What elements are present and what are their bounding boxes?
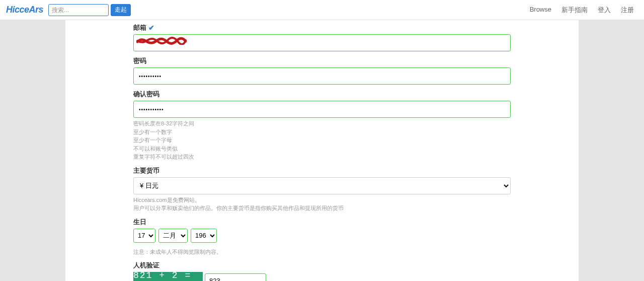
redacted-scribble <box>136 37 187 45</box>
confirm-password-input[interactable] <box>133 101 511 118</box>
currency-label: 主要货币 <box>133 166 511 175</box>
top-nav: HicceArs 走起 Browse 新手指南 登入 注册 <box>0 0 644 20</box>
email-label: 邮箱 ✔ <box>133 23 511 32</box>
password-hints: 密码长度在8-32字符之间 至少有一个数字 至少有一个字母 不可以和账号类似 重… <box>133 119 511 161</box>
dob-hint: 注意：未成年人不得阅览限制内容。 <box>133 248 511 256</box>
confirm-password-label: 确认密码 <box>133 90 511 99</box>
captcha-question: 821 + 2 = ? <box>133 272 203 281</box>
password-group: 密码 <box>133 56 511 85</box>
currency-group: 主要货币 ¥ 日元 Hiccears.com是免费网站。 用户可以分享和贩卖他们… <box>133 166 511 213</box>
nav-guide[interactable]: 新手指南 <box>561 6 588 15</box>
dob-label: 生日 <box>133 218 511 227</box>
email-input[interactable] <box>133 34 511 51</box>
search-button[interactable]: 走起 <box>111 4 131 16</box>
password-input[interactable] <box>133 67 511 85</box>
nav-right: Browse 新手指南 登入 注册 <box>530 6 634 15</box>
page-content: 邮箱 ✔ 密码 确认密码 密码长度在8-32字符之间 至少有一个数字 至少有一个… <box>65 20 579 281</box>
currency-select[interactable]: ¥ 日元 <box>133 177 511 194</box>
confirm-password-group: 确认密码 密码长度在8-32字符之间 至少有一个数字 至少有一个字母 不可以和账… <box>133 90 511 161</box>
nav-login[interactable]: 登入 <box>598 6 611 15</box>
currency-hints: Hiccears.com是免费网站。 用户可以分享和贩卖他们的作品。你的主要货币… <box>133 196 511 213</box>
email-group: 邮箱 ✔ <box>133 23 511 51</box>
dob-day-select[interactable]: 17 <box>133 229 155 243</box>
captcha-input[interactable] <box>205 273 266 281</box>
search-input[interactable] <box>48 4 109 16</box>
captcha-label: 人机验证 <box>133 261 511 270</box>
dob-group: 生日 17 二月 1963 注意：未成年人不得阅览限制内容。 <box>133 218 511 256</box>
checkmark-icon: ✔ <box>148 24 154 32</box>
nav-browse[interactable]: Browse <box>530 6 551 15</box>
logo: HicceArs <box>6 5 43 15</box>
nav-register[interactable]: 注册 <box>621 6 634 15</box>
dob-year-select[interactable]: 1963 <box>191 229 217 243</box>
password-label: 密码 <box>133 56 511 65</box>
register-form: 邮箱 ✔ 密码 确认密码 密码长度在8-32字符之间 至少有一个数字 至少有一个… <box>133 20 511 281</box>
dob-month-select[interactable]: 二月 <box>158 229 188 243</box>
captcha-group: 人机验证 821 + 2 = ? <box>133 261 511 281</box>
